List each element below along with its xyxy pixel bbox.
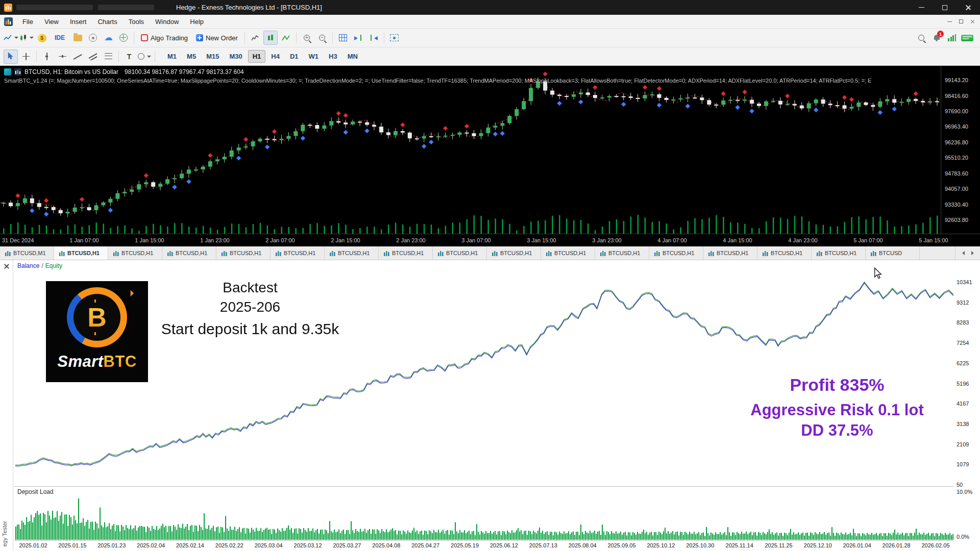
close-button[interactable] [957,0,980,15]
time-tick-label: 3 Jan 23:00 [592,237,622,243]
timeframe-d1[interactable]: D1 [285,50,303,63]
fibonacci-tool[interactable] [101,49,115,64]
child-minimize-icon[interactable] [947,21,952,22]
community-button[interactable] [116,31,131,45]
timeframe-mn[interactable]: MN [343,50,362,63]
tester-vertical-label: egy Tester [2,521,8,547]
chart-tab[interactable]: BTCUSD,H1 [54,246,108,260]
trendline-tool[interactable] [70,49,85,64]
zoom-in-button[interactable] [300,31,314,45]
shapes-tool[interactable] [137,49,152,64]
tick-chart-button[interactable] [248,31,262,45]
notifications-button[interactable]: 1 [929,31,944,45]
tester-close-button[interactable] [3,263,10,270]
chart-tab[interactable]: BTCUSD,H1 [487,246,541,260]
cursor-tool[interactable] [4,49,18,64]
chart-type-dropdown[interactable] [4,31,18,45]
history-folder-button[interactable] [70,31,85,45]
chart-tab[interactable]: BTCUSD,H1 [703,246,757,260]
candle-chart-canvas[interactable] [0,66,941,234]
chart-tab[interactable]: BTCUSD,H1 [271,246,325,260]
legend-separator: / [41,262,43,269]
time-axis[interactable]: 31 Dec 20241 Jan 07:001 Jan 15:001 Jan 2… [0,234,980,246]
timeframe-w1[interactable]: W1 [304,50,324,63]
levels-button[interactable] [945,31,959,45]
equity-tick-label: 2109 [957,441,969,447]
new-order-button[interactable]: New Order [192,31,241,45]
chart-tab[interactable]: BTCUSD,H1 [595,246,649,260]
maximize-button[interactable] [933,0,957,15]
chart-shift-button[interactable] [351,31,365,45]
ide-button[interactable]: IDE [50,31,69,45]
timeframe-m30[interactable]: M30 [225,50,247,63]
chart-tab[interactable]: BTCUSD,M1 [0,246,54,260]
menu-tools[interactable]: Tools [123,15,150,29]
menu-window[interactable]: Window [150,15,184,29]
chart-tab[interactable]: BTCUSD,H1 [649,246,703,260]
close-icon [965,5,971,11]
panel-divider [14,540,953,541]
menu-file[interactable]: File [17,15,39,29]
auto-scroll-button[interactable] [366,31,381,45]
mt5-window: Hedge - Exness Technologies Ltd - [BTCUS… [0,0,980,551]
deposit-load-canvas[interactable] [15,491,953,540]
screenshot-button[interactable] [387,31,402,45]
chart-tab[interactable]: BTCUSD,H1 [216,246,271,260]
chart-tab[interactable]: BTCUSD,H1 [108,246,162,260]
child-restore-icon[interactable] [959,19,963,23]
strategy-tester-panel: egy Tester Balance / Equity 103419312828… [0,260,980,551]
minimize-button[interactable] [910,0,933,15]
equity-legend[interactable]: Equity [45,262,62,269]
connection-button[interactable] [960,31,974,45]
chart-tab[interactable]: BTCUSD,H1 [379,246,433,260]
timeframe-group: M1M5M15M30H1H4D1W1H3MN [163,50,362,63]
timeframe-m5[interactable]: M5 [182,50,201,63]
zoom-out-button[interactable] [315,31,329,45]
date-tick-label: 2025.03.27 [333,542,361,548]
menu-items: FileViewInsertChartsToolsWindowHelp [17,15,209,28]
bar-style-dropdown[interactable] [19,31,34,45]
date-tick-label: 2025.02.22 [215,542,243,548]
tab-scroll-left-icon[interactable] [960,249,967,257]
chart-tab[interactable]: BTCUSD,H1 [757,246,812,260]
vertical-line-tool[interactable] [40,49,54,64]
tab-scroll-right-icon[interactable] [969,249,976,257]
menu-charts[interactable]: Charts [92,15,122,29]
chart-tab[interactable]: BTCUSD,H1 [812,246,866,260]
chart-tab-icon [546,251,552,256]
tile-windows-button[interactable] [336,31,350,45]
chart-tab[interactable]: BTCUSD,H1 [541,246,595,260]
horizontal-line-tool[interactable] [55,49,69,64]
search-button[interactable] [914,31,928,45]
timeframe-h1[interactable]: H1 [248,50,266,63]
chart-tab-bar: BTCUSD,M1BTCUSD,H1BTCUSD,H1BTCUSD,H1BTCU… [0,246,980,260]
text-tool[interactable] [122,49,136,64]
menu-insert[interactable]: Insert [64,15,92,29]
chart-tab-icon [59,251,65,256]
crosshair-tool[interactable] [19,49,33,64]
channel-tool[interactable] [86,49,100,64]
chart-tab[interactable]: BTCUSD,H1 [325,246,379,260]
price-tick-label: 94057.00 [945,186,968,192]
cloud-button[interactable] [101,31,115,45]
child-close-icon[interactable] [970,19,975,24]
balance-legend[interactable]: Balance [17,262,39,269]
menu-help[interactable]: Help [184,15,209,29]
chart-tab[interactable]: BTCUSD,H1 [433,246,487,260]
price-axis[interactable]: 99143.2098416.6097690.0096963.4096236.80… [941,66,980,234]
zigzag-button[interactable] [279,31,293,45]
date-tick-label: 2025.09.05 [608,542,636,548]
broadcast-button[interactable] [86,31,100,45]
chart-tab[interactable]: BTCUSD,H1 [162,246,216,260]
quotes-button[interactable] [35,31,49,45]
timeframe-m1[interactable]: M1 [163,50,181,63]
chart-tab-icon [438,251,444,256]
timeframe-m15[interactable]: M15 [202,50,224,63]
quick-trade-icon[interactable] [4,68,11,76]
menu-view[interactable]: View [39,15,64,29]
timeframe-h4[interactable]: H4 [266,50,284,63]
market-depth-button[interactable] [263,31,278,45]
timeframe-h3[interactable]: H3 [324,50,342,63]
algo-trading-button[interactable]: Algo Trading [137,31,191,45]
chart-tab[interactable]: BTCUSD [866,246,920,260]
